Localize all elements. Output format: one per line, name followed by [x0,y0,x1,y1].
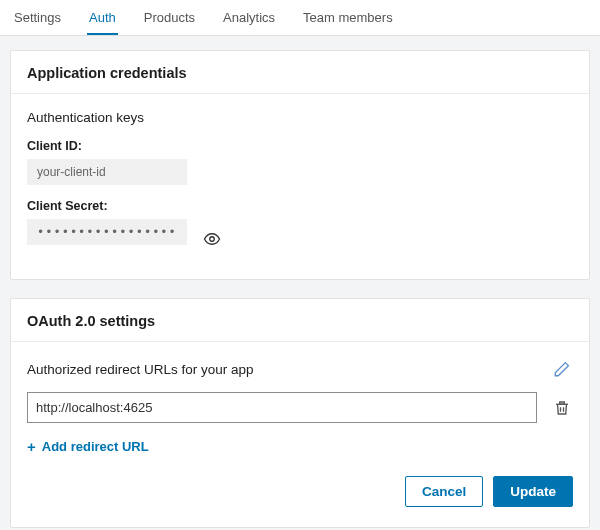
client-secret-label: Client Secret: [27,199,573,213]
top-tabs: Settings Auth Products Analytics Team me… [0,0,600,36]
add-redirect-url-button[interactable]: + Add redirect URL [27,437,149,456]
page-content: Application credentials Authentication k… [0,36,600,530]
add-url-label: Add redirect URL [42,439,149,454]
delete-url-button[interactable] [551,397,573,419]
redirect-url-row [27,392,573,423]
auth-keys-heading: Authentication keys [27,110,573,125]
client-id-value: your-client-id [27,159,187,185]
tab-settings[interactable]: Settings [12,0,63,35]
oauth-card: OAuth 2.0 settings Authorized redirect U… [10,298,590,528]
trash-icon [553,399,571,417]
edit-urls-button[interactable] [551,358,573,380]
tab-analytics[interactable]: Analytics [221,0,277,35]
reveal-secret-button[interactable] [201,228,223,250]
pencil-icon [553,360,571,378]
oauth-card-title: OAuth 2.0 settings [11,299,589,342]
client-secret-value: ••••••••••••••••• [27,219,187,245]
redirect-urls-heading: Authorized redirect URLs for your app [27,362,254,377]
tab-products[interactable]: Products [142,0,197,35]
credentials-card: Application credentials Authentication k… [10,50,590,280]
eye-icon [203,230,221,248]
update-button[interactable]: Update [493,476,573,507]
svg-point-0 [210,237,215,242]
redirect-url-input[interactable] [27,392,537,423]
cancel-button[interactable]: Cancel [405,476,483,507]
client-id-label: Client ID: [27,139,573,153]
plus-icon: + [27,439,36,454]
tab-team-members[interactable]: Team members [301,0,395,35]
tab-auth[interactable]: Auth [87,0,118,35]
credentials-card-title: Application credentials [11,51,589,94]
